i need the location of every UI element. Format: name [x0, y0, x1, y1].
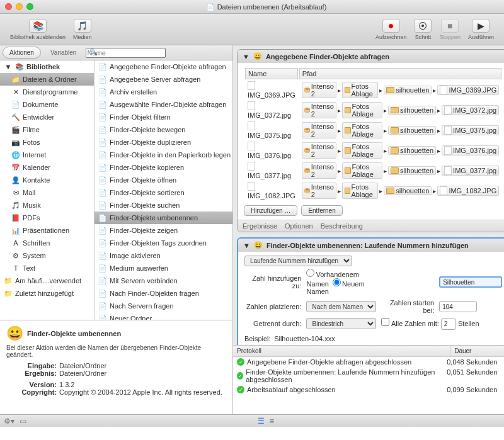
recent-item[interactable]: 📁Zuletzt hinzugefügt: [0, 287, 94, 300]
category-item[interactable]: 📅Kalender: [0, 161, 94, 174]
toolbar: 📚Bibliothek ausblenden 🎵Medien ●Aufzeich…: [0, 14, 504, 45]
results-tab[interactable]: Ergebnisse: [243, 222, 277, 230]
hide-library-button[interactable]: 📚Bibliothek ausblenden: [10, 19, 66, 40]
window-title: 📄Dateien umbenenen (Arbeitsablauf): [33, 3, 499, 11]
workflow-area: ▼😀Angegebene Finder-Objekte abfragen Nam…: [233, 45, 504, 345]
desc-title: Finder-Objekte umbenennen: [27, 330, 121, 337]
stop-button[interactable]: ■Stoppen: [439, 19, 461, 40]
category-item[interactable]: ⚙System: [0, 249, 94, 262]
search-input[interactable]: [86, 48, 166, 58]
library-categories: ▼📚Bibliothek📁Dateien & Ordner✕Dienstprog…: [0, 60, 94, 320]
tab-actions[interactable]: Aktionen: [3, 47, 41, 59]
category-item[interactable]: 📕PDFs: [0, 212, 94, 224]
category-item[interactable]: 🌐Internet: [0, 149, 94, 161]
options-tab[interactable]: Optionen: [285, 222, 313, 230]
category-item[interactable]: ✉Mail: [0, 186, 94, 199]
action-description: 😀Finder-Objekte umbenennen Bei dieser Ak…: [0, 320, 232, 414]
category-item[interactable]: 📊Präsentationen: [0, 224, 94, 237]
table-row[interactable]: IMG_0377.jpg⛃ Intenso 2▸ Fotos Ablage▸ s…: [245, 161, 501, 180]
table-row[interactable]: IMG_0372.jpg⛃ Intenso 2▸ Fotos Ablage▸ s…: [245, 101, 501, 120]
new-name-input[interactable]: [439, 276, 502, 288]
gear-icon[interactable]: ⚙▾: [4, 417, 14, 426]
action-item[interactable]: 📄Finder-Objekte umbenennen: [94, 212, 232, 224]
action-item[interactable]: 📄Finder-Objekte suchen: [94, 199, 232, 212]
table-row[interactable]: IMG_1082.JPG⛃ Intenso 2▸ Fotos Ablage▸ s…: [245, 181, 501, 200]
titlebar: 📄Dateien umbenenen (Arbeitsablauf): [0, 0, 504, 14]
rename-mode-select[interactable]: Laufende Nummern hinzufügen: [244, 256, 352, 266]
separator-select[interactable]: Bindestrich: [306, 318, 376, 329]
category-item[interactable]: 👤Kontakte: [0, 174, 94, 186]
log-row: ✓Angegebene Finder-Objekte abfragen abge…: [233, 357, 504, 367]
action-item[interactable]: 📄Archiv erstellen: [94, 86, 232, 98]
action-item[interactable]: 📄Mit Servern verbinden: [94, 274, 232, 287]
category-item[interactable]: ASchriften: [0, 237, 94, 249]
library-tabs: Aktionen Variablen: [0, 45, 232, 60]
run-button[interactable]: ▶Ausführen: [468, 19, 494, 40]
action-item[interactable]: 📄Angegebene Server abfragen: [94, 73, 232, 86]
action-item[interactable]: 📄Angegebene Finder-Objekte abfragen: [94, 60, 232, 73]
step-button[interactable]: ⦿Schritt: [414, 19, 432, 40]
statusbar: ⚙▾ ▭ ☰ ≡: [0, 414, 504, 427]
category-item[interactable]: 📄Dokumente: [0, 98, 94, 111]
action-item[interactable]: 📄Finder-Objekte öffnen: [94, 174, 232, 186]
action-item[interactable]: 📄Finder-Objekte sortieren: [94, 186, 232, 199]
start-input[interactable]: [439, 301, 477, 312]
log-panel: ProtokollDauer ✓Angegebene Finder-Objekt…: [233, 345, 504, 414]
description-tab[interactable]: Beschreibung: [321, 222, 363, 230]
action-item[interactable]: 📄Finder-Objekt filtern: [94, 111, 232, 123]
action-item[interactable]: 📄Nach Servern fragen: [94, 300, 232, 312]
action-rename-finder-items: ▼😀Finder-Objekte umbenennen: Laufende Nu…: [237, 237, 504, 345]
category-item[interactable]: TText: [0, 262, 94, 274]
action-item[interactable]: 📄Neuer Ordner: [94, 312, 232, 320]
recent-item[interactable]: 📁Am häufi…verwendet: [0, 274, 94, 287]
desc-text: Bei dieser Aktion werden die Namen der ü…: [6, 344, 226, 358]
category-item[interactable]: 🎬Filme: [0, 123, 94, 136]
disclosure-icon[interactable]: ▼: [243, 242, 250, 249]
log-row: ✓Finder-Objekte umbenennen: Laufende Num…: [233, 367, 504, 385]
action-item[interactable]: 📄Finder-Objekte zeigen: [94, 224, 232, 237]
minimize-icon[interactable]: [16, 3, 23, 10]
action-item[interactable]: 📄Medium auswerfen: [94, 262, 232, 274]
file-table: NamePfad IMG_0369.JPG⛃ Intenso 2▸ Fotos …: [244, 67, 503, 201]
zoom-icon[interactable]: [26, 3, 33, 10]
table-row[interactable]: IMG_0375.jpg⛃ Intenso 2▸ Fotos Ablage▸ s…: [245, 121, 501, 140]
pane-icon[interactable]: ▭: [20, 417, 26, 426]
library-header[interactable]: ▼📚Bibliothek: [0, 60, 94, 73]
lines-icon[interactable]: ≡: [270, 417, 274, 426]
action-item[interactable]: 📄Finder-Objekte duplizieren: [94, 136, 232, 149]
all-digits-check[interactable]: Alle Zahlen mit:: [381, 320, 438, 327]
table-row[interactable]: IMG_0369.JPG⛃ Intenso 2▸ Fotos Ablage▸ s…: [245, 81, 501, 99]
media-button[interactable]: 🎵Medien: [73, 19, 92, 40]
record-button[interactable]: ●Aufzeichnen: [375, 19, 407, 40]
list-icon[interactable]: ☰: [258, 417, 265, 426]
add-button[interactable]: Hinzufügen …: [244, 205, 297, 216]
category-item[interactable]: 🎵Musik: [0, 199, 94, 212]
category-item[interactable]: ✕Dienstprogramme: [0, 86, 94, 98]
table-row[interactable]: IMG_0376.jpg⛃ Intenso 2▸ Fotos Ablage▸ s…: [245, 141, 501, 160]
disclosure-icon[interactable]: ▼: [243, 53, 249, 60]
action-item[interactable]: 📄Image aktivieren: [94, 249, 232, 262]
action-get-finder-items: ▼😀Angegebene Finder-Objekte abfragen Nam…: [237, 49, 504, 232]
close-icon[interactable]: [5, 3, 12, 10]
action-item[interactable]: 📄Nach Finder-Objekten fragen: [94, 287, 232, 300]
category-item[interactable]: 📁Dateien & Ordner: [0, 73, 94, 86]
place-select[interactable]: Nach dem Namen: [306, 301, 376, 312]
action-item[interactable]: 📄Finder-Objekte kopieren: [94, 161, 232, 174]
remove-button[interactable]: Entfernen: [301, 205, 342, 216]
action-item[interactable]: 📄Ausgewählte Finder-Objekte abfragen: [94, 98, 232, 111]
category-item[interactable]: 📷Fotos: [0, 136, 94, 149]
action-item[interactable]: 📄Finder-Objekte bewegen: [94, 123, 232, 136]
library-actions: 📄Angegebene Finder-Objekte abfragen📄Ange…: [94, 60, 232, 320]
tab-variables[interactable]: Variablen: [43, 47, 84, 59]
action-item[interactable]: 📄Finder-Objekten Tags zuordnen: [94, 237, 232, 249]
digits-input[interactable]: [441, 319, 456, 330]
category-item[interactable]: 🔨Entwickler: [0, 111, 94, 123]
log-row: ✓Arbeitsablauf abgeschlossen0,099 Sekund…: [233, 385, 504, 395]
action-item[interactable]: 📄Finder-Objekte in den Papierkorb legen: [94, 149, 232, 161]
